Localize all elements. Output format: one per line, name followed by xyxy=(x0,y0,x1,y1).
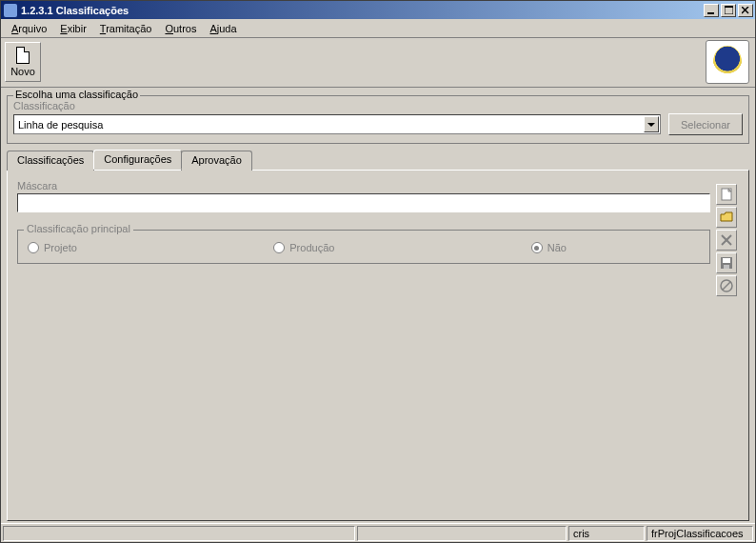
radio-projeto[interactable]: Projeto xyxy=(28,242,77,253)
radio-producao[interactable]: Produção xyxy=(273,242,334,253)
window-controls xyxy=(704,4,755,17)
radio-projeto-label: Projeto xyxy=(44,242,77,253)
svg-line-12 xyxy=(723,282,730,290)
window-title: 1.2.3.1 Classificações xyxy=(21,5,129,16)
menu-tramitacao[interactable]: Tramitação xyxy=(93,21,159,36)
side-new-button[interactable] xyxy=(716,184,737,205)
classification-dropdown[interactable]: Linha de pesquisa xyxy=(13,114,661,134)
menu-ajuda[interactable]: Ajuda xyxy=(203,21,243,36)
close-button[interactable] xyxy=(738,4,753,17)
chevron-down-icon[interactable] xyxy=(644,116,659,132)
radio-producao-label: Produção xyxy=(289,242,334,253)
radio-icon xyxy=(531,242,543,253)
radio-nao-label: Não xyxy=(547,242,567,253)
novo-button[interactable]: Novo xyxy=(5,42,41,82)
status-cell-2 xyxy=(357,526,567,541)
svg-rect-0 xyxy=(707,12,714,14)
selecionar-button[interactable]: Selecionar xyxy=(668,113,743,135)
app-icon xyxy=(4,4,17,17)
mascara-label: Máscara xyxy=(17,180,710,191)
institution-logo xyxy=(706,40,749,84)
minimize-button[interactable] xyxy=(704,4,719,17)
toolbar: Novo xyxy=(1,38,755,88)
app-window: 1.2.3.1 Classificações Arquivo Exibir Tr… xyxy=(0,0,756,543)
radio-icon xyxy=(28,242,39,253)
classification-label: Classificação xyxy=(13,100,743,111)
tab-aprovacao[interactable]: Aprovação xyxy=(181,151,252,171)
content-area: Escolha uma classificação Classificação … xyxy=(1,88,755,523)
svg-rect-2 xyxy=(725,6,733,8)
classification-group: Escolha uma classificação Classificação … xyxy=(7,95,749,144)
menu-exibir[interactable]: Exibir xyxy=(53,21,93,36)
maximize-button[interactable] xyxy=(721,4,736,17)
side-toolbar xyxy=(716,180,739,511)
principal-group: Classificação principal Projeto Produção xyxy=(17,230,710,264)
side-cancel-button[interactable] xyxy=(716,275,737,296)
tab-main: Máscara Classificação principal Projeto … xyxy=(17,180,710,511)
radio-icon xyxy=(273,242,285,253)
statusbar: cris frProjClassificacoes xyxy=(1,523,755,542)
status-user: cris xyxy=(568,526,645,541)
menu-outros[interactable]: Outros xyxy=(158,21,203,36)
new-document-icon xyxy=(16,47,30,64)
menu-arquivo[interactable]: Arquivo xyxy=(5,21,53,36)
tab-configuracoes[interactable]: Configurações xyxy=(93,150,182,170)
side-open-button[interactable] xyxy=(716,207,737,228)
side-save-button[interactable] xyxy=(716,252,737,273)
radio-nao[interactable]: Não xyxy=(531,242,567,253)
menubar: Arquivo Exibir Tramitação Outros Ajuda xyxy=(1,19,755,38)
group-legend: Escolha uma classificação xyxy=(13,89,140,100)
novo-label: Novo xyxy=(10,66,35,77)
side-delete-button[interactable] xyxy=(716,230,737,251)
status-form: frProjClassificacoes xyxy=(647,526,753,541)
status-cell-1 xyxy=(3,526,355,541)
tabs: Classificações Configurações Aprovação xyxy=(7,150,749,170)
tab-classificacoes[interactable]: Classificações xyxy=(7,151,94,171)
svg-rect-10 xyxy=(724,265,729,269)
titlebar: 1.2.3.1 Classificações xyxy=(1,1,755,19)
svg-rect-9 xyxy=(723,258,730,263)
mascara-input[interactable] xyxy=(17,193,710,212)
tab-panel: Máscara Classificação principal Projeto … xyxy=(7,170,749,521)
principal-legend: Classificação principal xyxy=(24,223,133,234)
dropdown-value: Linha de pesquisa xyxy=(18,119,103,131)
